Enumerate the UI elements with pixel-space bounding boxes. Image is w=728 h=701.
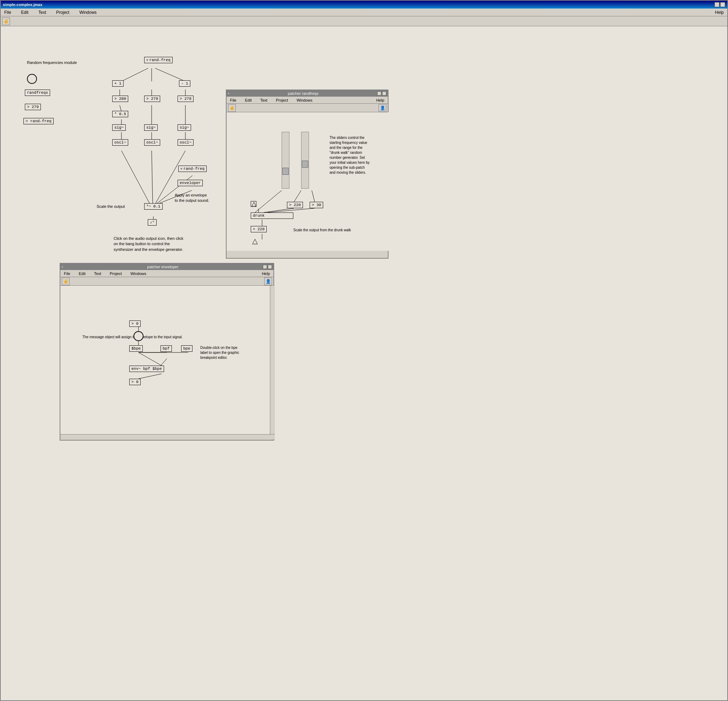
sig3-obj: sig~ (178, 125, 191, 131)
enveloper-menu-file[interactable]: File (62, 271, 72, 277)
bpe-msg-obj: $bpe (129, 345, 143, 352)
title-bar-buttons: _ × (715, 2, 725, 7)
scale-drunk-comment: Scale the output from the drunk walk (293, 228, 351, 233)
bang-button-1[interactable] (27, 74, 37, 84)
svg-line-24 (267, 208, 315, 213)
menu-project[interactable]: Project (54, 9, 71, 16)
scale-output-comment: Scale the output (97, 204, 125, 209)
randfreqs-menu-help[interactable]: Help (374, 97, 386, 103)
menu-edit[interactable]: Edit (19, 9, 30, 16)
enveloper-wires (61, 286, 275, 439)
oscl1-obj: oscl~ (112, 139, 128, 146)
num280-obj: > 280 (112, 96, 128, 102)
drunk-obj: drunk (251, 213, 293, 219)
num278-obj: > 278 (178, 96, 194, 102)
enveloper-hand-btn[interactable]: ✌ (62, 278, 69, 285)
randfreqs-hand-btn[interactable]: ✌ (228, 104, 236, 112)
svg-line-2 (155, 68, 185, 81)
enveloper-menu-text[interactable]: Text (92, 271, 103, 277)
randfreqs-menu-windows[interactable]: Windows (295, 97, 315, 103)
randfreqs-menu-file[interactable]: File (228, 97, 238, 103)
main-canvas: Random frequencies module randfreqs > 27… (1, 26, 727, 700)
times01-obj: *~ 0.1 (144, 203, 163, 210)
enveloper-menu-windows[interactable]: Windows (128, 271, 149, 277)
svg-line-23 (264, 208, 294, 213)
rand-freq-top-obj: ▽ rand-freq (144, 57, 173, 63)
minimize-button[interactable]: _ (715, 2, 719, 7)
rand-freq-sub-obj: ▽ rand-freq (178, 165, 207, 172)
enveloper-window-title: patcher enveloper (147, 265, 179, 269)
oscl2-obj: oscl~ (144, 139, 160, 146)
num220-obj: > 220 (287, 202, 303, 208)
enveloper-menu: File Edit Text Project Windows Help (61, 270, 273, 277)
svg-line-20 (294, 190, 301, 202)
close-button[interactable]: × (720, 2, 725, 7)
randfreqs-menu-edit[interactable]: Edit (243, 97, 254, 103)
enveloper-close-btn[interactable]: × (268, 265, 272, 269)
randfreqs-canvas: The sliders control thestarting frequenc… (227, 112, 389, 251)
main-toolbar: ✌ (1, 16, 727, 26)
main-menu-bar: File Edit Text Project Windows Help (1, 9, 727, 16)
svg-line-21 (312, 190, 315, 202)
times05-obj: * 0.5 (112, 111, 128, 117)
enveloper-menu-edit[interactable]: Edit (77, 271, 88, 277)
randfreqs-obj: randfreqs (25, 90, 50, 96)
randfreqs-window: ▪ patcher randfreqs □ × File Edit Text P… (226, 90, 389, 259)
randfreqs-slider-comment: The sliders control thestarting frequenc… (329, 135, 386, 175)
oscl3-obj: oscl~ (178, 139, 194, 146)
main-window-title: simple-complex.jmax (3, 3, 42, 7)
menu-text[interactable]: Text (36, 9, 48, 16)
slider-2[interactable] (301, 132, 309, 189)
svg-line-13 (121, 151, 150, 204)
enveloper-user-btn[interactable]: 👤 (264, 278, 272, 285)
slider-1[interactable] (282, 132, 289, 189)
num0bot-obj: > 0 (129, 379, 141, 385)
randfreqs-title-btns: □ × (377, 91, 386, 96)
minus1-obj: - 1 (179, 80, 190, 87)
svg-marker-28 (253, 239, 257, 244)
click-audio-comment: Click on the audio output icon, then cli… (114, 236, 183, 252)
randfreqs-menu-project[interactable]: Project (274, 97, 290, 103)
toggle-obj[interactable] (251, 201, 256, 207)
bpe-obj[interactable]: bpe (181, 345, 192, 352)
svg-line-0 (121, 68, 148, 81)
num279-obj: > 279 (25, 104, 41, 110)
apply-envelope-comment: Apply an envelopeto the output sound. (175, 193, 209, 204)
audio-out-obj[interactable]: ♪° (148, 219, 157, 226)
sig2-obj: sig~ (144, 125, 158, 131)
num0top-obj: > 0 (129, 320, 141, 327)
enveloper-bang-obj[interactable] (133, 331, 143, 341)
env-bpf-bpe-obj: env~ bpf $bpe (129, 366, 164, 372)
svg-line-35 (139, 374, 162, 379)
sig1-obj: sig~ (112, 125, 126, 131)
enveloper-obj: enveloper (178, 180, 203, 186)
enveloper-scrollbar-v[interactable] (270, 286, 275, 434)
main-title-bar: simple-complex.jmax _ × (1, 1, 727, 9)
num30-obj: > 30 (310, 202, 323, 208)
enveloper-window: ▪ patcher enveloper □ × File Edit Text P… (60, 263, 274, 440)
randfreqs-user-btn[interactable]: 👤 (378, 104, 386, 112)
randfreqs-toolbar: ✌ 👤 (227, 104, 388, 112)
enveloper-menu-help[interactable]: Help (260, 271, 272, 277)
randfreqs-menu-text[interactable]: Text (258, 97, 270, 103)
menu-windows[interactable]: Windows (77, 9, 99, 16)
enveloper-menu-project[interactable]: Project (108, 271, 124, 277)
enveloper-canvas: The message object will assign the envel… (61, 286, 275, 439)
num279b-obj: > 279 (144, 96, 160, 102)
menu-file[interactable]: File (2, 9, 13, 16)
randfreqs-resize-btn[interactable]: □ (377, 91, 381, 96)
random-freq-label: Random frequencies module (27, 60, 77, 65)
enveloper-msg-comment: The message object will assign the envel… (82, 335, 182, 340)
plus1-obj: + 1 (112, 80, 124, 87)
randfreqs-close-btn[interactable]: × (382, 91, 386, 96)
svg-line-19 (255, 190, 282, 213)
main-window: simple-complex.jmax _ × File Edit Text P… (0, 0, 728, 701)
enveloper-scrollbar-h[interactable] (61, 434, 275, 439)
enveloper-resize-btn[interactable]: □ (263, 265, 267, 269)
randfreqs-outlet (252, 239, 258, 245)
toolbar-hand-button[interactable]: ✌ (2, 17, 10, 25)
bpf-obj: bpf (160, 345, 172, 352)
menu-help[interactable]: Help (713, 9, 726, 16)
randfreqs-window-title: patcher randfreqs (287, 91, 318, 96)
randfreqs-title-bar: ▪ patcher randfreqs □ × (227, 90, 388, 97)
